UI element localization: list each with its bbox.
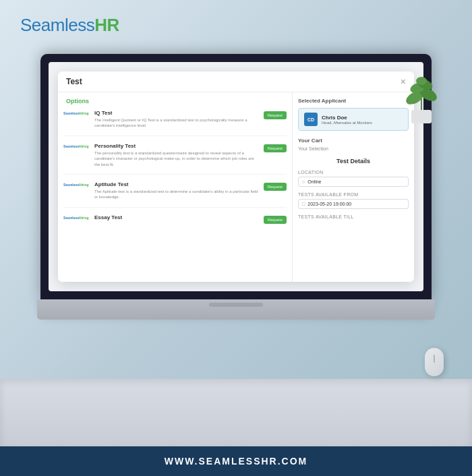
request-button-0[interactable]: Request <box>264 111 287 119</box>
calendar-icon: □ <box>302 202 305 206</box>
options-label: Options <box>63 98 287 105</box>
request-button-1[interactable]: Request <box>264 144 287 152</box>
request-button-2[interactable]: Request <box>264 183 287 191</box>
location-icon: ○ <box>302 179 305 184</box>
test-info-2: Aptitude Test The Aptitude test is a sta… <box>94 181 260 200</box>
test-details-header: Test Details <box>298 158 409 165</box>
logo: Seamless HR <box>20 15 119 36</box>
tests-available-from-label: TESTS AVAILABLE FROM <box>298 192 409 197</box>
applicant-role: Head, Aftersales at Mockers <box>322 121 372 125</box>
logo-seamless: Seamless <box>20 15 94 36</box>
test-info-0: IQ Test The Intelligent Quotient or IQ T… <box>94 110 260 129</box>
test-name-0: IQ Test <box>94 110 260 116</box>
location-label: LOCATION <box>298 170 409 175</box>
request-button-3[interactable]: Request <box>264 216 287 224</box>
test-item: SeamlessHiring Personality Test The pers… <box>63 143 287 175</box>
selected-applicant-label: Selected Applicant <box>298 98 409 104</box>
test-desc-1: The personality test is a standardized q… <box>94 150 260 167</box>
seamlesshiring-badge-0: SeamlessHiring <box>63 111 90 115</box>
test-name-1: Personality Test <box>94 143 260 149</box>
svg-rect-0 <box>411 110 432 123</box>
cart-label: Your Cart <box>298 138 409 144</box>
modal-dialog: Test × Options SeamlessHiring IQ Test Th… <box>58 71 414 282</box>
location-input: ○ Online <box>298 177 409 187</box>
test-item: SeamlessHiring IQ Test The Intelligent Q… <box>63 110 287 136</box>
location-group: LOCATION ○ Online <box>298 170 409 187</box>
footer-url: WWW.SEAMLESSHR.COM <box>165 456 308 467</box>
logo-hr: HR <box>94 15 119 36</box>
laptop-keyboard <box>37 299 435 320</box>
laptop-screen: Test × Options SeamlessHiring IQ Test Th… <box>40 54 432 299</box>
tests-available-till-label: TESTS AVAILABLE TILL <box>298 214 409 219</box>
your-selection-label: Your Selection <box>298 146 409 151</box>
laptop-wrapper: Test × Options SeamlessHiring IQ Test Th… <box>40 54 432 422</box>
test-name-2: Aptitude Test <box>94 181 260 187</box>
applicant-card: CD Chris Doe Head, Aftersales at Mockers <box>298 108 409 131</box>
mouse <box>425 348 444 376</box>
modal-body: Options SeamlessHiring IQ Test The Intel… <box>58 92 414 282</box>
laptop-base <box>40 299 432 313</box>
left-panel: Options SeamlessHiring IQ Test The Intel… <box>58 92 293 282</box>
test-item: SeamlessHiring Aptitude Test The Aptitud… <box>63 181 287 208</box>
svg-point-6 <box>416 77 427 85</box>
test-desc-2: The Aptitude test is a standardized test… <box>94 189 260 200</box>
test-info-3: Essay Test <box>94 214 260 222</box>
seamlesshiring-badge-1: SeamlessHiring <box>63 144 90 148</box>
screen-inner: Test × Options SeamlessHiring IQ Test Th… <box>49 62 423 291</box>
seamlesshiring-badge-2: SeamlessHiring <box>63 183 90 187</box>
tests-available-from-group: TESTS AVAILABLE FROM □ 2023-05-20 19:00:… <box>298 192 409 209</box>
test-info-1: Personality Test The personality test is… <box>94 143 260 167</box>
test-desc-0: The Intelligent Quotient or IQ Test is a… <box>94 117 260 129</box>
tests-available-from-value: 2023-05-20 19:00:00 <box>307 202 351 206</box>
test-item: SeamlessHiring Essay Test Request <box>63 214 287 231</box>
test-name-3: Essay Test <box>94 214 260 220</box>
modal-title: Test <box>66 77 82 86</box>
tests-available-from-input: □ 2023-05-20 19:00:00 <box>298 199 409 209</box>
applicant-avatar: CD <box>304 113 318 126</box>
test-list: SeamlessHiring IQ Test The Intelligent Q… <box>63 110 287 231</box>
plant <box>405 71 438 127</box>
plant-svg <box>405 71 438 125</box>
applicant-info: Chris Doe Head, Aftersales at Mockers <box>322 115 372 125</box>
applicant-name: Chris Doe <box>322 115 372 121</box>
tests-available-till-group: TESTS AVAILABLE TILL <box>298 214 409 219</box>
seamlesshiring-badge-3: SeamlessHiring <box>63 216 90 220</box>
footer-bar: WWW.SEAMLESSHR.COM <box>0 446 472 476</box>
modal-header: Test × <box>58 71 414 92</box>
location-value: Online <box>307 179 321 184</box>
right-panel: Selected Applicant CD Chris Doe Head, Af… <box>293 92 414 282</box>
laptop: Test × Options SeamlessHiring IQ Test Th… <box>40 54 432 313</box>
